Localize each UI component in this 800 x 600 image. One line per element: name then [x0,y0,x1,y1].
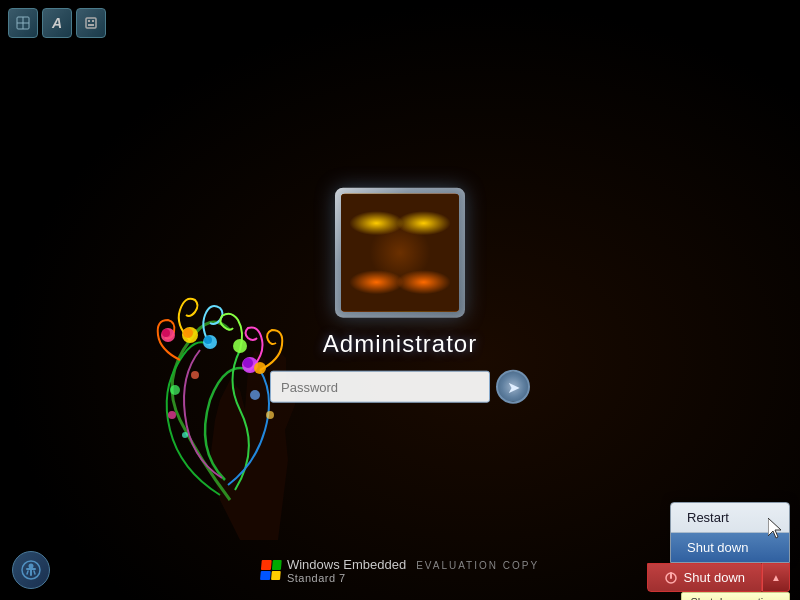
toolbar-btn-3[interactable] [76,8,106,38]
svg-rect-19 [86,18,96,28]
bottom-center-branding: Windows Embedded EVALUATION COPY Standar… [261,557,539,584]
login-container: Administrator ➤ [270,188,530,404]
shutdown-dropdown: Restart Shut down [670,502,790,563]
toolbar-btn-2[interactable]: A [42,8,72,38]
svg-point-24 [29,564,34,569]
dropdown-arrow-icon: ▲ [771,572,781,583]
flag-q1 [261,560,271,570]
shutdown-options-arrow-button[interactable]: ▲ [762,563,790,592]
shutdown-main-button[interactable]: Shut down [647,563,762,592]
shutdown-option[interactable]: Shut down [671,533,789,562]
shutdown-button-label: Shut down [684,570,745,585]
user-avatar [335,188,465,318]
top-toolbar: A [8,8,106,38]
power-icon [664,571,678,585]
windows-logo-row: Windows Embedded EVALUATION COPY Standar… [261,557,539,584]
password-input[interactable] [270,371,490,403]
login-submit-button[interactable]: ➤ [496,370,530,404]
ease-of-access-button[interactable] [12,551,50,589]
language-icon [16,16,30,30]
toolbar-btn-1[interactable] [8,8,38,38]
bottom-left [12,551,50,589]
avatar-image [341,194,459,312]
arrow-icon: ➤ [507,377,520,396]
shutdown-buttons-row: Shut down ▲ [647,563,790,592]
ease-access-icon [20,559,42,581]
username-label: Administrator [323,330,477,358]
svg-rect-20 [88,20,90,22]
windows-brand-text: Windows Embedded [287,557,406,572]
flag-q3 [260,571,270,581]
restart-option[interactable]: Restart [671,503,789,532]
flag-q2 [271,560,281,570]
eval-copy-text: EVALUATION COPY [416,560,539,571]
password-row: ➤ [270,370,530,404]
svg-rect-21 [92,20,94,22]
windows-flag-logo [260,560,282,580]
windows-sub-text: Standard 7 [287,572,539,584]
svg-rect-22 [88,24,94,26]
keyboard-icon [85,17,97,29]
shutdown-area: Restart Shut down Shut down ▲ Shut down … [647,502,790,592]
flag-q4 [271,571,281,581]
